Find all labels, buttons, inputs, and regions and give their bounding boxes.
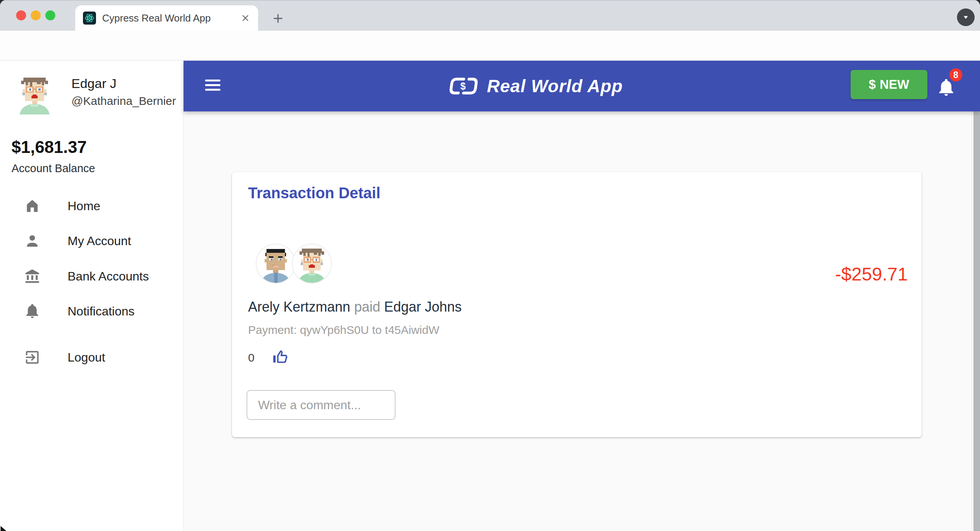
new-button-label: NEW: [880, 77, 909, 92]
receiver-name: Edgar Johns: [384, 299, 462, 315]
transaction-description: Payment: qywYp6hS0U to t45AiwidW: [248, 324, 439, 337]
page-scrollbar[interactable]: [972, 111, 980, 531]
sender-name: Arely Kertzmann: [248, 299, 350, 315]
user-avatar: [15, 75, 55, 114]
tab-close-icon[interactable]: [239, 12, 252, 25]
window-controls: [16, 10, 55, 20]
transaction-detail-card: Transaction Detail -$259.71: [232, 172, 922, 437]
notifications-bell-button[interactable]: 8: [931, 75, 965, 102]
user-username: @Katharina_Bernier: [71, 95, 176, 108]
transaction-title: Arely Kertzmann paid Edgar Johns: [248, 299, 462, 315]
sender-avatar: [256, 244, 296, 284]
browser-tab-strip: Cypress Real World App: [0, 0, 980, 31]
main-content: Transaction Detail -$259.71: [184, 111, 980, 531]
dollar-icon: $: [869, 77, 876, 92]
app-logo-text: Real World App: [487, 76, 623, 96]
browser-toolbar: localhost:3000/transaction/-7xanIywv9x: [0, 31, 980, 61]
receiver-avatar: [292, 244, 332, 284]
new-tab-button[interactable]: [269, 11, 287, 26]
like-row: 0: [248, 348, 289, 367]
transaction-avatars: [256, 244, 332, 284]
sidebar-item-logout[interactable]: Logout: [0, 345, 184, 370]
sidebar-item-label: Bank Accounts: [68, 269, 149, 284]
app-navbar: $ Real World App $ NEW 8: [184, 61, 980, 111]
hamburger-menu-icon[interactable]: [204, 77, 222, 95]
cypress-atom-icon: [83, 12, 96, 25]
bank-icon: [23, 267, 41, 285]
sidebar-item-label: Logout: [68, 350, 105, 365]
tab-title: Cypress Real World App: [102, 12, 239, 24]
comment-input[interactable]: [247, 390, 396, 420]
person-icon: [23, 232, 41, 250]
account-balance-amount: $1,681.37: [12, 138, 87, 157]
sidebar-item-label: Home: [68, 199, 100, 213]
new-transaction-button[interactable]: $ NEW: [851, 70, 927, 99]
svg-text:$: $: [460, 81, 466, 91]
page-title: Transaction Detail: [248, 184, 381, 202]
logout-icon: [23, 348, 41, 367]
home-icon: [23, 197, 41, 215]
user-name: Edgar J: [71, 76, 116, 91]
bell-icon: [23, 302, 41, 320]
notifications-count-badge: 8: [949, 68, 962, 81]
sidebar-item-home[interactable]: Home: [0, 194, 184, 218]
mouse-cursor: [0, 525, 12, 531]
account-balance-label: Account Balance: [12, 162, 95, 175]
minimize-window-button[interactable]: [31, 10, 41, 20]
sidebar-item-my-account[interactable]: My Account: [0, 229, 184, 253]
app-logo: $ Real World App: [448, 70, 623, 102]
like-count: 0: [248, 351, 255, 364]
downloads-button[interactable]: [957, 8, 975, 26]
sidebar-item-bank-accounts[interactable]: Bank Accounts: [0, 264, 184, 289]
sidebar-item-notifications[interactable]: Notifications: [0, 299, 184, 324]
close-window-button[interactable]: [16, 10, 26, 20]
dollar-brackets-logo-icon: $: [448, 74, 481, 98]
thumb-up-icon: [271, 348, 289, 366]
browser-tab[interactable]: Cypress Real World App: [75, 5, 258, 31]
transaction-action: paid: [354, 299, 380, 315]
real-world-app: Edgar J @Katharina_Bernier $1,681.37 Acc…: [0, 61, 980, 531]
transaction-amount: -$259.71: [835, 264, 908, 285]
thumb-up-button[interactable]: [271, 348, 289, 367]
sidebar: Edgar J @Katharina_Bernier $1,681.37 Acc…: [0, 61, 184, 531]
scrollbar-thumb[interactable]: [973, 111, 980, 531]
sidebar-item-label: My Account: [68, 234, 131, 248]
sidebar-item-label: Notifications: [68, 304, 134, 319]
browser-window: Cypress Real World App: [0, 0, 980, 531]
zoom-window-button[interactable]: [45, 10, 55, 20]
